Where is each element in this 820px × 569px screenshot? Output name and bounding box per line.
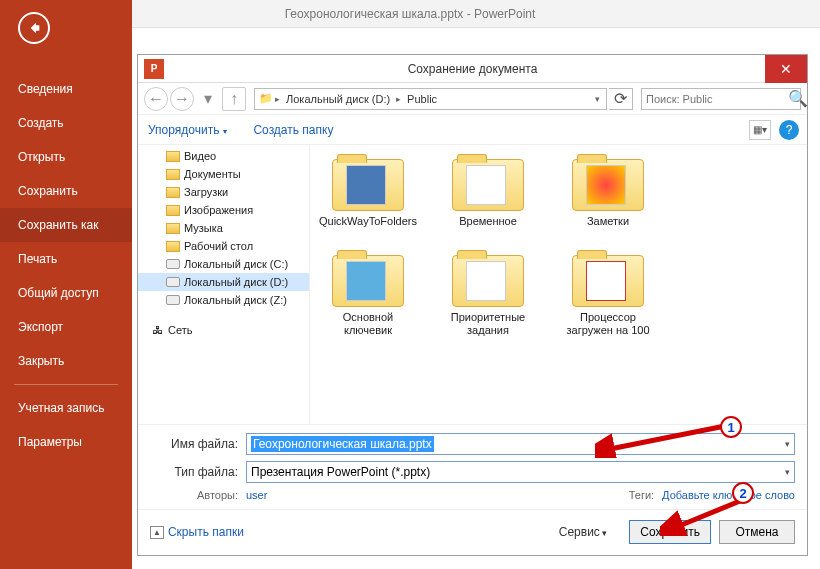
search-input[interactable]	[642, 93, 788, 105]
tags-label: Теги:	[622, 489, 662, 501]
back-button[interactable]	[18, 12, 50, 44]
sidebar-item-account[interactable]: Учетная запись	[0, 391, 132, 425]
folder-item[interactable]: QuickWayToFolders	[318, 153, 418, 241]
search-icon: 🔍	[788, 89, 808, 108]
breadcrumb-drive[interactable]: Локальный диск (D:)	[282, 93, 394, 105]
dialog-title: Сохранение документа	[138, 62, 807, 76]
tree-item[interactable]: Изображения	[138, 201, 309, 219]
close-button[interactable]: ✕	[765, 55, 807, 83]
network-icon: 🖧	[150, 323, 164, 337]
breadcrumb-folder[interactable]: Public	[403, 93, 441, 105]
tree-item[interactable]: Документы	[138, 165, 309, 183]
authors-label: Авторы:	[150, 489, 246, 501]
sidebar-item-info[interactable]: Сведения	[0, 72, 132, 106]
backstage-sidebar: Сведения Создать Открыть Сохранить Сохра…	[0, 0, 132, 569]
tree-item-network[interactable]: 🖧Сеть	[138, 321, 309, 339]
folder-icon: 📁	[259, 92, 273, 105]
save-dialog: P Сохранение документа ✕ ← → ▾ ↑ 📁▸ Лока…	[137, 54, 808, 556]
sidebar-item-close[interactable]: Закрыть	[0, 344, 132, 378]
sidebar-item-print[interactable]: Печать	[0, 242, 132, 276]
filename-input[interactable]: Геохронологическая шкала.pptx▾	[246, 433, 795, 455]
cancel-button[interactable]: Отмена	[719, 520, 795, 544]
hide-folders-toggle[interactable]: Скрыть папки	[150, 525, 244, 539]
breadcrumb[interactable]: 📁▸ Локальный диск (D:)▸ Public ▾	[254, 88, 607, 110]
sidebar-item-share[interactable]: Общий доступ	[0, 276, 132, 310]
view-mode-button[interactable]: ▦▾	[749, 120, 771, 140]
sidebar-item-new[interactable]: Создать	[0, 106, 132, 140]
service-menu[interactable]: Сервис	[559, 525, 608, 539]
nav-back-button[interactable]: ←	[144, 87, 168, 111]
sidebar-item-saveas[interactable]: Сохранить как	[0, 208, 132, 242]
nav-forward-button[interactable]: →	[170, 87, 194, 111]
folder-item[interactable]: Заметки	[558, 153, 658, 241]
tree-item[interactable]: Видео	[138, 147, 309, 165]
sidebar-item-export[interactable]: Экспорт	[0, 310, 132, 344]
save-button[interactable]: Сохранить	[629, 520, 711, 544]
arrow-left-icon	[26, 20, 42, 36]
tags-value[interactable]: Добавьте ключевое слово	[662, 489, 795, 501]
tree-item[interactable]: Рабочий стол	[138, 237, 309, 255]
folder-item[interactable]: Временное	[438, 153, 538, 241]
folder-item[interactable]: Процессор загружен на 100	[558, 249, 658, 337]
folder-item[interactable]: Основной ключевик	[318, 249, 418, 337]
authors-value[interactable]: user	[246, 489, 267, 501]
folder-item[interactable]: Приоритетные задания	[438, 249, 538, 337]
filename-label: Имя файла:	[150, 437, 246, 451]
tree-item-drive[interactable]: Локальный диск (C:)	[138, 255, 309, 273]
folder-tree: Видео Документы Загрузки Изображения Муз…	[138, 145, 310, 424]
tree-item[interactable]: Музыка	[138, 219, 309, 237]
filetype-select[interactable]: Презентация PowerPoint (*.pptx)▾	[246, 461, 795, 483]
filetype-label: Тип файла:	[150, 465, 246, 479]
search-box[interactable]: 🔍	[641, 88, 801, 110]
file-list: QuickWayToFolders Временное Заметки . Ос…	[310, 145, 807, 424]
tree-item-drive[interactable]: Локальный диск (D:)	[138, 273, 309, 291]
refresh-button[interactable]: ⟳	[609, 88, 633, 110]
nav-up-button[interactable]: ↑	[222, 87, 246, 111]
tree-item[interactable]: Загрузки	[138, 183, 309, 201]
sidebar-item-options[interactable]: Параметры	[0, 425, 132, 459]
help-button[interactable]: ?	[779, 120, 799, 140]
new-folder-button[interactable]: Создать папку	[253, 123, 333, 137]
chevron-down-icon[interactable]: ▾	[196, 87, 220, 111]
organize-button[interactable]: Упорядочить	[148, 123, 227, 137]
sidebar-item-save[interactable]: Сохранить	[0, 174, 132, 208]
tree-item-drive[interactable]: Локальный диск (Z:)	[138, 291, 309, 309]
sidebar-item-open[interactable]: Открыть	[0, 140, 132, 174]
